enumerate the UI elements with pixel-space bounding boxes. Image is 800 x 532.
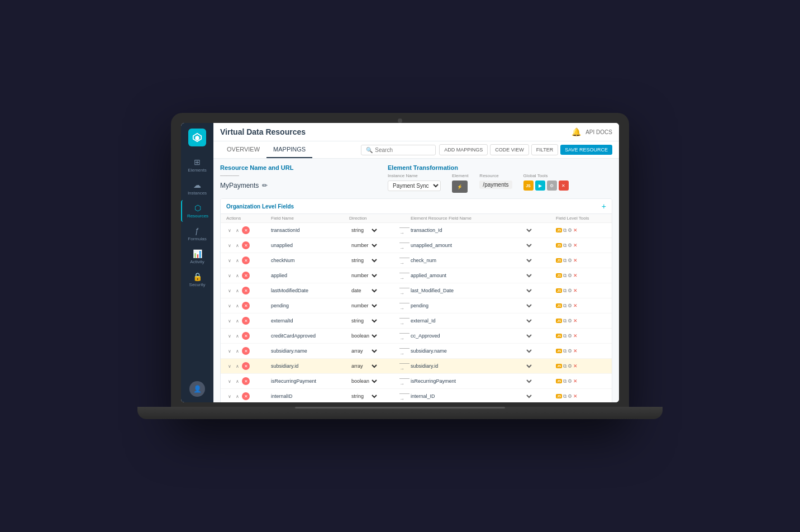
field-delete-btn[interactable]: ✕ — [573, 243, 578, 248]
field-js-btn[interactable]: JS — [556, 334, 562, 338]
chevron-down-btn[interactable]: ∨ — [226, 257, 233, 264]
field-js-btn[interactable]: JS — [556, 394, 562, 398]
delete-field-btn[interactable]: ✕ — [242, 302, 250, 310]
save-resource-button[interactable]: SAVE RESOURCE — [560, 145, 612, 155]
field-copy-btn[interactable]: ⧉ — [563, 378, 566, 384]
field-js-btn[interactable]: JS — [556, 273, 562, 278]
chevron-up-btn[interactable]: ∧ — [234, 317, 241, 324]
delete-field-btn[interactable]: ✕ — [242, 226, 250, 234]
type-select-dropdown[interactable]: boolean stringnumberboolean datearray — [349, 378, 379, 384]
field-js-btn[interactable]: JS — [556, 288, 562, 293]
delete-tool-button[interactable]: ✕ — [559, 180, 569, 191]
js-tool-button[interactable]: JS — [523, 180, 534, 191]
edit-resource-name-icon[interactable]: ✏ — [262, 182, 268, 189]
field-copy-btn[interactable]: ⧉ — [563, 318, 566, 324]
element-field-dropdown[interactable] — [522, 348, 534, 354]
field-delete-btn[interactable]: ✕ — [573, 363, 578, 369]
type-select-dropdown[interactable]: array stringnumberboolean datearray — [349, 363, 379, 369]
sidebar-item-security[interactable]: 🔒 Security — [181, 269, 213, 291]
field-settings-btn[interactable]: ⚙ — [568, 227, 572, 233]
code-view-button[interactable]: CODE VIEW — [490, 144, 529, 155]
chevron-up-btn[interactable]: ∧ — [234, 332, 241, 339]
field-settings-btn[interactable]: ⚙ — [568, 363, 572, 369]
chevron-up-btn[interactable]: ∧ — [234, 393, 241, 400]
element-field-dropdown[interactable] — [522, 363, 534, 369]
chevron-down-btn[interactable]: ∨ — [226, 317, 233, 324]
delete-field-btn[interactable]: ✕ — [242, 392, 250, 400]
chevron-up-btn[interactable]: ∧ — [234, 272, 241, 279]
field-settings-btn[interactable]: ⚙ — [568, 333, 572, 339]
field-settings-btn[interactable]: ⚙ — [568, 288, 572, 293]
field-copy-btn[interactable]: ⧉ — [563, 363, 566, 369]
field-settings-btn[interactable]: ⚙ — [568, 273, 572, 278]
type-select-dropdown[interactable]: number stringnumberboolean datearray — [349, 302, 379, 309]
field-copy-btn[interactable]: ⧉ — [563, 288, 566, 294]
field-delete-btn[interactable]: ✕ — [573, 318, 578, 324]
sidebar-item-instances[interactable]: ☁ Instances — [181, 177, 213, 199]
field-copy-btn[interactable]: ⧉ — [563, 243, 566, 249]
element-field-dropdown[interactable] — [522, 243, 534, 249]
element-field-dropdown[interactable] — [522, 378, 534, 384]
field-copy-btn[interactable]: ⧉ — [563, 303, 566, 309]
field-copy-btn[interactable]: ⧉ — [563, 227, 566, 234]
field-delete-btn[interactable]: ✕ — [573, 303, 578, 308]
field-delete-btn[interactable]: ✕ — [573, 378, 578, 384]
play-tool-button[interactable]: ▶ — [535, 180, 545, 191]
type-select-dropdown[interactable]: string stringnumberboolean datearray — [349, 393, 379, 400]
sidebar-item-activity[interactable]: 📊 Activity — [181, 246, 213, 268]
field-copy-btn[interactable]: ⧉ — [563, 273, 566, 279]
element-field-dropdown[interactable] — [522, 393, 534, 400]
tab-mappings[interactable]: MAPPINGS — [266, 141, 312, 158]
element-field-dropdown[interactable] — [522, 227, 534, 234]
delete-field-btn[interactable]: ✕ — [242, 241, 250, 249]
field-settings-btn[interactable]: ⚙ — [568, 378, 572, 384]
field-settings-btn[interactable]: ⚙ — [568, 348, 572, 354]
chevron-down-btn[interactable]: ∨ — [226, 227, 233, 234]
element-field-dropdown[interactable] — [522, 303, 534, 309]
chevron-down-btn[interactable]: ∨ — [226, 272, 233, 279]
field-copy-btn[interactable]: ⧉ — [563, 333, 566, 339]
chevron-down-btn[interactable]: ∨ — [226, 348, 233, 354]
field-delete-btn[interactable]: ✕ — [573, 348, 578, 354]
chevron-down-btn[interactable]: ∨ — [226, 287, 233, 294]
field-delete-btn[interactable]: ✕ — [573, 393, 578, 399]
type-select-dropdown[interactable]: array stringnumberboolean datearray — [349, 348, 379, 354]
field-js-btn[interactable]: JS — [556, 258, 562, 263]
chevron-up-btn[interactable]: ∧ — [234, 287, 241, 294]
tab-overview[interactable]: OVERVIEW — [220, 141, 266, 158]
add-mappings-button[interactable]: ADD MAPPINGS — [439, 144, 488, 155]
element-field-dropdown[interactable] — [522, 288, 534, 294]
chevron-up-btn[interactable]: ∧ — [234, 378, 241, 384]
type-select-dropdown[interactable]: string stringnumberboolean datearray — [349, 227, 379, 234]
field-copy-btn[interactable]: ⧉ — [563, 348, 566, 354]
element-field-dropdown[interactable] — [522, 333, 534, 339]
instance-select[interactable]: Payment Sync — [388, 180, 441, 191]
field-js-btn[interactable]: JS — [556, 364, 562, 368]
field-js-btn[interactable]: JS — [556, 379, 562, 383]
delete-field-btn[interactable]: ✕ — [242, 272, 250, 279]
type-select-dropdown[interactable]: string stringnumberboolean datearray — [349, 317, 379, 324]
chevron-up-btn[interactable]: ∧ — [234, 302, 241, 309]
field-settings-btn[interactable]: ⚙ — [568, 243, 572, 248]
search-input[interactable] — [375, 147, 431, 153]
filter-button[interactable]: FILTER — [531, 144, 558, 155]
chevron-down-btn[interactable]: ∨ — [226, 332, 233, 339]
sidebar-item-elements[interactable]: ⊞ Elements — [181, 154, 213, 176]
type-select-dropdown[interactable]: date stringnumberboolean datearray — [349, 287, 379, 294]
chevron-up-btn[interactable]: ∧ — [234, 257, 241, 264]
sidebar-item-resources[interactable]: ⬡ Resources — [181, 200, 213, 222]
field-js-btn[interactable]: JS — [556, 303, 562, 308]
delete-field-btn[interactable]: ✕ — [242, 256, 250, 264]
field-settings-btn[interactable]: ⚙ — [568, 393, 572, 399]
delete-field-btn[interactable]: ✕ — [242, 362, 250, 370]
add-field-button[interactable]: + — [602, 202, 606, 210]
field-js-btn[interactable]: JS — [556, 243, 562, 248]
element-field-dropdown[interactable] — [522, 318, 534, 324]
field-copy-btn[interactable]: ⧉ — [563, 258, 566, 264]
field-delete-btn[interactable]: ✕ — [573, 227, 578, 233]
element-field-dropdown[interactable] — [522, 258, 534, 264]
delete-field-btn[interactable]: ✕ — [242, 287, 250, 294]
chevron-down-btn[interactable]: ∨ — [226, 393, 233, 400]
api-docs-link[interactable]: API DOCS — [585, 129, 612, 135]
sidebar-item-formulas[interactable]: ƒ Formulas — [181, 223, 213, 245]
